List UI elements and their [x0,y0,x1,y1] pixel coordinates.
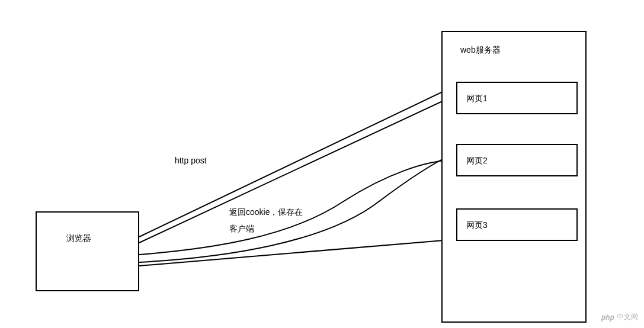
return-cookie-line1: 返回cookie，保存在 [229,207,303,218]
page-label-3: 网页3 [466,220,488,231]
page-box-3: 网页3 [456,208,578,241]
page-label-2: 网页2 [466,156,488,166]
browser-label: 浏览器 [66,233,91,244]
page-box-1: 网页1 [456,82,578,114]
page-label-1: 网页1 [466,94,488,104]
http-post-label: http post [175,156,207,165]
server-label: web服务器 [460,45,501,56]
connection-5 [139,239,457,266]
watermark-text: 中文网 [617,312,638,322]
watermark-logo: php [601,313,614,321]
server-box: web服务器 [441,31,587,323]
return-cookie-line2: 客户端 [229,224,254,234]
page-box-2: 网页2 [456,144,578,176]
browser-box: 浏览器 [36,211,139,291]
watermark: php 中文网 [601,312,638,322]
